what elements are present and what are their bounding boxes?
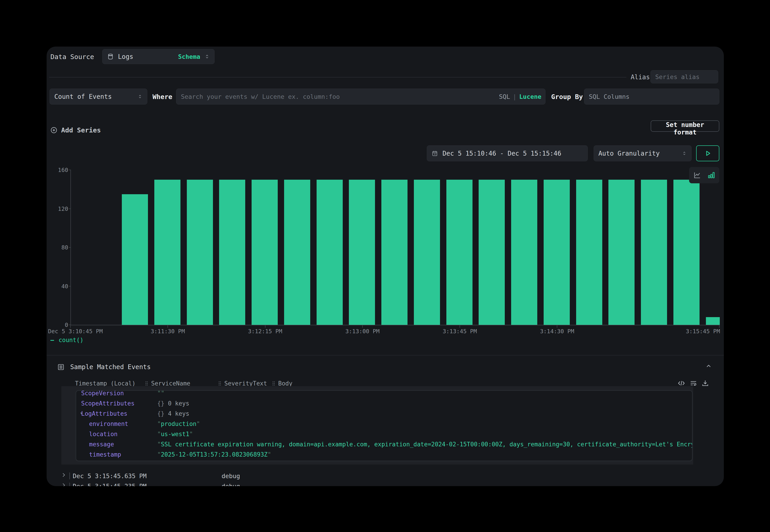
schema-link[interactable]: Schema <box>178 53 200 60</box>
legend-swatch: — <box>50 337 54 343</box>
chart-bar <box>608 180 635 325</box>
attribute-row-environment[interactable]: environment"production" <box>76 419 692 429</box>
expand-chevron-icon[interactable] <box>61 472 67 479</box>
events-chart[interactable]: 04080120160 Dec 5 3:10:45 PM3:11:30 PM3:… <box>47 170 719 325</box>
chart-bar <box>122 194 148 325</box>
chart-bar <box>251 180 278 325</box>
attribute-row-location[interactable]: location"us-west1" <box>76 429 692 439</box>
attribute-key: location <box>89 431 117 438</box>
set-number-format-button[interactable]: Set number format <box>651 120 719 132</box>
data-source-select[interactable]: Logs Schema <box>102 49 214 64</box>
attribute-value: "production" <box>157 420 200 427</box>
attribute-row-message[interactable]: message"SSL certificate expiration warni… <box>76 439 692 449</box>
column-severitytext[interactable]: SeverityText <box>217 380 267 387</box>
chart-bar <box>673 180 700 325</box>
download-icon[interactable] <box>701 379 709 389</box>
chart-type-toggle <box>689 167 719 183</box>
attribute-row-logattributes[interactable]: ▾LogAttributes{} 4 keys <box>76 408 692 419</box>
granularity-value: Auto Granularity <box>598 150 660 157</box>
drag-handle-icon[interactable] <box>271 381 276 386</box>
group-by-input[interactable] <box>584 89 719 104</box>
attribute-key: ScopeVersion <box>81 390 124 397</box>
chart-bar <box>576 180 602 325</box>
lucene-option[interactable]: Lucene <box>519 93 541 100</box>
section-divider <box>47 355 724 355</box>
attribute-value: "" <box>157 390 164 397</box>
attribute-value: "2025-12-05T13:57:23.082306893Z" <box>157 451 271 458</box>
event-row[interactable]: Dec 5 3:15:45.635 PMdebug <box>47 471 724 481</box>
attribute-row-scopeversion[interactable]: ScopeVersion"" <box>76 390 692 398</box>
row-divider <box>69 483 70 486</box>
chart-bar <box>641 180 667 325</box>
collapse-chevron-icon[interactable] <box>705 363 712 370</box>
events-title: Sample Matched Events <box>70 363 151 371</box>
attribute-row-timestamp[interactable]: timestamp"2025-12-05T13:57:23.082306893Z… <box>76 449 692 460</box>
drag-handle-icon[interactable] <box>217 381 222 386</box>
chart-plot-area[interactable] <box>70 170 720 325</box>
search-input[interactable] <box>176 89 546 104</box>
database-icon <box>107 53 114 60</box>
timestamp-cell: Dec 5 3:15:45.235 PM <box>73 483 147 486</box>
legend-series-label: count() <box>59 337 84 343</box>
attribute-key: LogAttributes <box>81 410 127 417</box>
event-row[interactable]: Dec 5 3:15:45.235 PMdebug <box>47 481 724 486</box>
attribute-key: timestamp <box>89 451 121 458</box>
where-label: Where <box>152 93 172 101</box>
column-body[interactable]: Body <box>271 380 292 387</box>
attribute-row-scopeattributes[interactable]: ScopeAttributes{} 0 keys <box>76 398 692 408</box>
row-divider <box>69 472 70 479</box>
severity-cell: debug <box>221 483 240 486</box>
chart-bar <box>414 180 440 325</box>
data-source-label: Data Source <box>50 53 94 61</box>
drag-handle-icon[interactable] <box>144 381 149 386</box>
x-axis-tick-label: 3:12:15 PM <box>248 328 282 335</box>
column-timestamp[interactable]: Timestamp (Local) <box>75 380 135 387</box>
chart-bar <box>544 180 570 325</box>
attribute-key: ScopeAttributes <box>81 400 134 407</box>
chart-legend: — count() <box>50 336 83 345</box>
chart-bar <box>349 180 375 325</box>
y-axis-tick-label: 160 <box>47 167 68 173</box>
line-chart-icon[interactable] <box>693 171 701 179</box>
aggregation-value: Count of Events <box>54 93 112 100</box>
x-axis: Dec 5 3:10:45 PM3:11:30 PM3:12:15 PM3:13… <box>70 325 719 336</box>
chart-bar <box>316 180 343 325</box>
query-language-toggle[interactable]: SQL | Lucene <box>499 89 541 104</box>
chart-bar <box>187 180 213 325</box>
alias-label: Alias <box>631 73 650 81</box>
chart-bar <box>511 180 537 325</box>
group-by-label: Group By <box>551 93 583 101</box>
expand-chevron-icon[interactable] <box>61 482 67 486</box>
x-axis-tick-label: 3:15:45 PM <box>686 328 720 335</box>
chart-bar <box>284 180 310 325</box>
add-series-button[interactable]: Add Series <box>50 125 101 135</box>
aggregation-select[interactable]: Count of Events <box>50 89 147 104</box>
x-axis-tick-label: 3:13:45 PM <box>443 328 477 335</box>
chevron-updown-icon <box>682 151 687 156</box>
chart-builder-panel: Data Source Logs Schema Alias Count of E… <box>47 47 724 486</box>
add-series-label: Add Series <box>61 126 101 134</box>
plus-circle-icon <box>50 127 57 134</box>
run-query-button[interactable] <box>696 145 719 161</box>
bar-chart-icon[interactable] <box>707 171 715 179</box>
x-axis-tick-label: Dec 5 3:10:45 PM <box>48 328 103 335</box>
y-axis-tick-label: 0 <box>47 322 68 328</box>
x-axis-tick-label: 3:11:30 PM <box>151 328 185 335</box>
event-attributes-tree: ScopeVersion""ScopeAttributes{} 0 keys▾L… <box>76 390 693 461</box>
divider <box>49 77 626 77</box>
granularity-select[interactable]: Auto Granularity <box>594 145 692 161</box>
expanded-event-row: ScopeVersion""ScopeAttributes{} 0 keys▾L… <box>61 386 693 465</box>
calendar-icon <box>432 150 438 157</box>
x-axis-tick-label: 3:14:30 PM <box>540 328 574 335</box>
chart-bar <box>154 180 180 325</box>
sql-option[interactable]: SQL <box>499 93 510 100</box>
data-source-value: Logs <box>118 53 133 60</box>
chart-bar <box>479 180 505 325</box>
series-alias-input[interactable] <box>651 70 718 83</box>
search-box[interactable]: SQL | Lucene <box>176 89 546 104</box>
date-range-picker[interactable]: Dec 5 15:10:46 - Dec 5 15:15:46 <box>427 145 588 161</box>
attribute-value: "us-west1" <box>157 431 193 438</box>
chart-bar <box>219 180 245 325</box>
column-servicename[interactable]: ServiceName <box>144 380 190 387</box>
y-axis-tick-label: 80 <box>47 244 68 251</box>
